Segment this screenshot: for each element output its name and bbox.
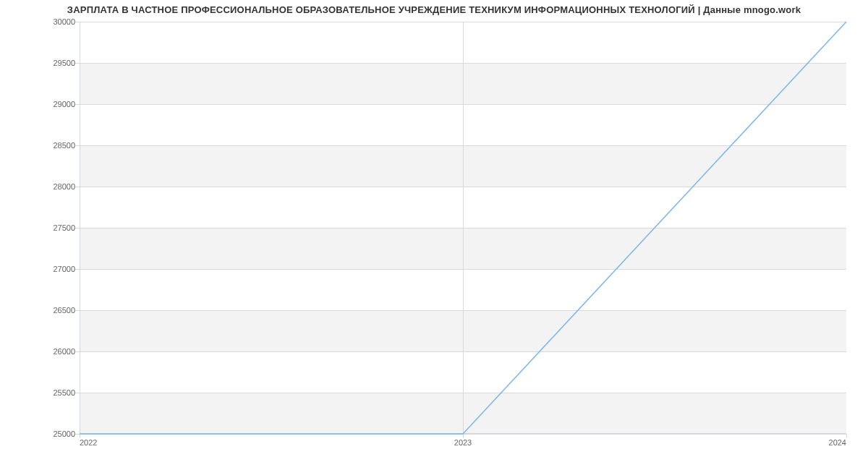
plot-area: 202220232024 (80, 22, 846, 434)
y-tick-label: 26000 (53, 347, 75, 356)
y-axis-labels: 2500025500260002650027000275002800028500… (0, 22, 80, 434)
series-line (80, 22, 846, 434)
chart-title: ЗАРПЛАТА В ЧАСТНОЕ ПРОФЕССИОНАЛЬНОЕ ОБРА… (0, 4, 868, 15)
x-tick-mark (846, 434, 847, 438)
y-tick-label: 27500 (53, 223, 75, 232)
y-tick-label: 30000 (53, 17, 75, 26)
y-tick-label: 29000 (53, 100, 75, 108)
y-tick-label: 29500 (53, 59, 75, 67)
x-tick-label: 2024 (829, 438, 846, 447)
y-tick-label: 28000 (53, 182, 75, 191)
x-tick-label: 2022 (80, 438, 97, 447)
y-tick-label: 25500 (53, 388, 75, 397)
y-tick-label: 28500 (53, 141, 75, 150)
chart-container: ЗАРПЛАТА В ЧАСТНОЕ ПРОФЕССИОНАЛЬНОЕ ОБРА… (0, 0, 868, 470)
y-tick-label: 26500 (53, 306, 75, 315)
y-tick-label: 27000 (53, 265, 75, 273)
y-tick-label: 25000 (53, 430, 75, 438)
x-tick-label: 2023 (454, 438, 472, 447)
